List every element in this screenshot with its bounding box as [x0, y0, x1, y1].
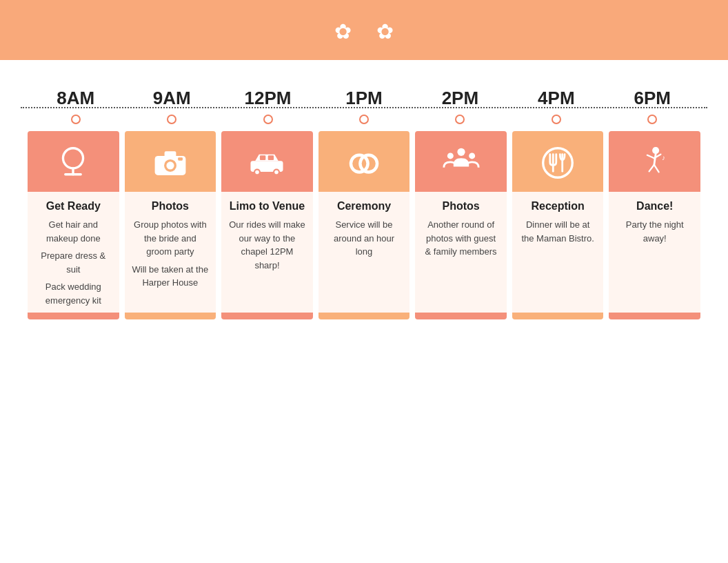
svg-line-25	[647, 155, 654, 158]
card-ceremony: CeremonyService will be around an hour l…	[318, 131, 410, 319]
time-col-12pm: 12PM	[220, 88, 316, 124]
flower-icon-left: ✿	[334, 19, 352, 43]
card-bottom-bar-dance	[609, 313, 700, 319]
card-icon-box-dance: ♪	[609, 131, 700, 192]
card-text-limo-0: Our rides will make our way to the chape…	[228, 218, 306, 272]
card-text-get-ready-2: Pack wedding emergency kit	[34, 280, 112, 307]
time-dot	[359, 115, 369, 124]
card-body-reception: ReceptionDinner will be at the Maman Bis…	[512, 192, 604, 313]
card-reception: ReceptionDinner will be at the Maman Bis…	[512, 131, 604, 319]
card-title-get-ready: Get Ready	[46, 200, 101, 213]
card-bottom-bar-ceremony	[318, 313, 410, 319]
time-dot	[552, 115, 561, 124]
card-title-ceremony: Ceremony	[337, 200, 391, 213]
card-title-limo: Limo to Venue	[230, 200, 305, 213]
card-title-reception: Reception	[532, 200, 585, 213]
time-dot	[647, 115, 657, 124]
card-body-photos-1: PhotosGroup photos with the bride and gr…	[125, 192, 216, 313]
time-col-6pm: 6PM	[605, 88, 700, 124]
cards-row: Get ReadyGet hair and makeup donePrepare…	[21, 131, 707, 319]
time-col-2pm: 2PM	[412, 88, 508, 124]
card-text-photos-1-1: Will be taken at the Harper House	[132, 263, 210, 290]
time-dot	[71, 115, 81, 124]
svg-point-20	[543, 148, 573, 178]
time-label: 6PM	[634, 88, 671, 109]
card-icon-box-reception	[512, 131, 604, 192]
main-content: 8AM9AM12PM1PM2PM4PM6PM Get ReadyGet hair…	[0, 60, 728, 354]
card-bottom-bar-limo	[221, 313, 313, 319]
time-label: 4PM	[538, 88, 574, 109]
card-body-photos-2: PhotosAnother round of photos with guest…	[415, 192, 507, 313]
card-title-photos-1: Photos	[152, 200, 189, 213]
svg-text:♪: ♪	[662, 154, 665, 161]
page-header: ✿ ✿	[0, 0, 728, 60]
svg-line-28	[654, 165, 659, 172]
svg-point-14	[275, 170, 279, 175]
svg-point-23	[652, 147, 659, 154]
card-icon-box-photos-2	[415, 131, 507, 192]
svg-rect-9	[260, 155, 265, 160]
time-dot	[455, 115, 465, 124]
svg-line-27	[649, 165, 654, 172]
time-label: 12PM	[245, 88, 292, 109]
card-dance: ♪ Dance!Party the night away!	[609, 131, 700, 319]
svg-point-0	[63, 148, 83, 168]
card-photos-2: PhotosAnother round of photos with guest…	[415, 131, 507, 319]
time-label: 2PM	[442, 88, 478, 109]
svg-rect-6	[164, 151, 176, 157]
time-dot	[263, 115, 273, 124]
card-body-ceremony: CeremonyService will be around an hour l…	[318, 192, 410, 313]
card-body-dance: Dance!Party the night away!	[609, 192, 700, 313]
card-body-limo: Limo to VenueOur rides will make our way…	[221, 192, 313, 313]
time-label: 1PM	[345, 88, 382, 109]
card-icon-box-ceremony	[318, 131, 410, 192]
card-title-photos-2: Photos	[442, 200, 479, 213]
card-text-ceremony-0: Service will be around an hour long	[325, 218, 403, 259]
card-body-get-ready: Get ReadyGet hair and makeup donePrepare…	[28, 192, 119, 313]
svg-line-24	[654, 154, 656, 165]
time-dot	[167, 115, 176, 124]
card-icon-box-limo	[221, 131, 313, 192]
card-title-dance: Dance!	[636, 200, 673, 213]
card-icon-box-photos-1	[125, 131, 216, 192]
time-col-1pm: 1PM	[316, 88, 412, 124]
timeline-row: 8AM9AM12PM1PM2PM4PM6PM	[21, 88, 707, 124]
card-text-get-ready-0: Get hair and makeup done	[34, 218, 112, 245]
svg-point-17	[457, 148, 465, 156]
time-col-4pm: 4PM	[508, 88, 604, 124]
flower-icon-right: ✿	[376, 19, 394, 43]
time-label: 8AM	[57, 88, 94, 109]
card-bottom-bar-photos-2	[415, 313, 507, 319]
card-text-dance-0: Party the night away!	[616, 218, 694, 245]
svg-point-19	[469, 152, 475, 159]
card-text-photos-1-0: Group photos with the bride and groom pa…	[132, 218, 210, 259]
card-bottom-bar-reception	[512, 313, 604, 319]
svg-point-5	[166, 161, 174, 169]
card-text-photos-2-0: Another round of photos with guest & fam…	[422, 218, 500, 259]
svg-point-12	[256, 170, 260, 175]
svg-point-18	[447, 152, 453, 159]
card-bottom-bar-photos-1	[125, 313, 216, 319]
card-text-reception-0: Dinner will be at the Maman Bistro.	[519, 218, 597, 245]
card-text-get-ready-1: Prepare dress & suit	[34, 249, 112, 276]
card-get-ready: Get ReadyGet hair and makeup donePrepare…	[28, 131, 119, 319]
time-label: 9AM	[153, 88, 191, 109]
svg-rect-10	[268, 155, 274, 160]
card-icon-box-get-ready	[28, 131, 119, 192]
card-bottom-bar-get-ready	[28, 313, 119, 319]
card-photos-1: PhotosGroup photos with the bride and gr…	[125, 131, 216, 319]
time-col-8am: 8AM	[28, 88, 123, 124]
card-limo: Limo to VenueOur rides will make our way…	[221, 131, 313, 319]
time-col-9am: 9AM	[123, 88, 219, 124]
svg-rect-7	[178, 157, 183, 160]
